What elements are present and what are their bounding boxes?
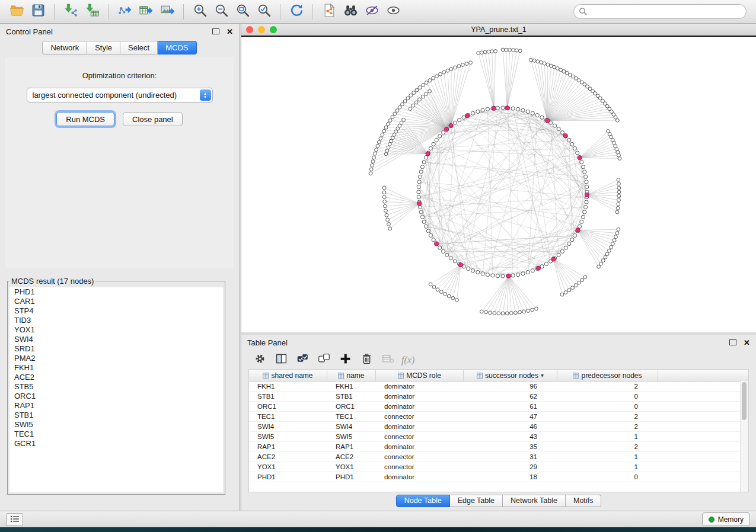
search-input[interactable] — [573, 4, 747, 19]
table-row[interactable]: SWI4SWI4dominator462 — [249, 422, 748, 432]
tab-edge-table[interactable]: Edge Table — [450, 495, 503, 507]
cell-shared_name: SWI4 — [249, 422, 327, 431]
result-list-item[interactable]: RAP1 — [9, 401, 223, 411]
result-list-item[interactable]: CAR1 — [9, 297, 223, 306]
tab-network-table[interactable]: Network Table — [503, 495, 566, 507]
export-network-button[interactable] — [114, 2, 135, 21]
dropdown-selected-value: largest connected component (undirected) — [33, 91, 177, 100]
result-list-item[interactable]: TID3 — [9, 316, 223, 325]
create-column-button[interactable] — [335, 352, 355, 368]
hide-unselected-button[interactable] — [361, 2, 382, 21]
export-image-button[interactable] — [157, 2, 178, 21]
result-list-item[interactable]: ORC1 — [9, 392, 223, 401]
import-network-button[interactable] — [60, 2, 81, 21]
column-header-successor-nodes[interactable]: successor nodes▾ — [464, 370, 557, 381]
close-panel-button[interactable]: Close panel — [123, 112, 183, 126]
tab-network[interactable]: Network — [42, 41, 87, 55]
sort-caret-icon[interactable]: ▾ — [541, 372, 544, 379]
table-row[interactable]: ORC1ORC1dominator610 — [249, 402, 748, 412]
cell-shared_name: TEC1 — [249, 412, 327, 421]
deselect-all-button[interactable] — [314, 352, 334, 368]
table-panel-title: Table Panel — [247, 338, 288, 347]
show-columns-button[interactable] — [271, 352, 291, 368]
save-session-button[interactable] — [27, 2, 49, 21]
table-scrollbar[interactable] — [740, 381, 748, 492]
zoom-out-button[interactable] — [210, 2, 232, 21]
table-row[interactable]: ACE2ACE2connector311 — [249, 452, 748, 462]
zoom-in-button[interactable] — [189, 2, 210, 21]
result-list-item[interactable]: STB5 — [9, 382, 223, 392]
refresh-button[interactable] — [286, 2, 307, 21]
table-row[interactable]: SWI5SWI5connector431 — [249, 432, 748, 442]
eye-icon — [386, 3, 401, 20]
import-table-button[interactable] — [81, 2, 103, 21]
result-list-item[interactable]: PMA2 — [9, 354, 223, 363]
result-list-item[interactable]: STB1 — [9, 411, 223, 420]
result-list-item[interactable]: TEC1 — [9, 430, 223, 439]
tab-mcds[interactable]: MCDS — [158, 41, 196, 55]
application-window: Control Panel ✕ NetworkStyleSelectMCDS O… — [0, 0, 756, 532]
result-list-item[interactable]: SWI4 — [9, 335, 223, 344]
run-mcds-button[interactable]: Run MCDS — [56, 112, 114, 126]
search-network-button[interactable] — [340, 2, 361, 21]
cell-shared_name: STB1 — [249, 392, 327, 401]
network-window-title: YPA_prune.txt_1 — [241, 25, 756, 34]
cell-predecessors: 0 — [557, 392, 658, 401]
optimization-criterion-select[interactable]: largest connected component (undirected)… — [27, 88, 213, 102]
result-list-item[interactable]: SRD1 — [9, 344, 223, 354]
delete-table-button[interactable] — [378, 352, 398, 368]
import-network-icon — [63, 3, 78, 20]
select-all-button[interactable] — [292, 352, 312, 368]
task-history-button[interactable] — [6, 513, 23, 526]
zoom-fit-button[interactable] — [232, 2, 253, 21]
close-panel-icon[interactable]: ✕ — [227, 28, 233, 36]
tab-select[interactable]: Select — [120, 41, 158, 55]
column-header-MCDS-role[interactable]: MCDS role — [376, 370, 464, 381]
table-row[interactable]: STB1STB1dominator620 — [249, 392, 748, 402]
result-list-item[interactable]: PHD1 — [9, 287, 223, 297]
table-grid-icon — [398, 373, 404, 379]
optimization-criterion-label: Optimization criterion: — [5, 71, 234, 80]
table-row[interactable]: FKH1FKH1dominator962 — [249, 382, 748, 392]
cell-role: dominator — [376, 422, 464, 431]
float-window-icon[interactable] — [729, 339, 736, 345]
result-list-item[interactable]: YOX1 — [9, 325, 223, 335]
table-row[interactable]: TEC1TEC1connector472 — [249, 412, 748, 422]
dropdown-stepper-icon[interactable]: ▲▼ — [200, 89, 211, 101]
column-header-name[interactable]: name — [327, 370, 376, 381]
table-row[interactable]: PHD1PHD1dominator180 — [249, 472, 748, 482]
result-list-item[interactable]: STP4 — [9, 306, 223, 316]
table-settings-button[interactable] — [250, 352, 270, 368]
result-list-item[interactable]: FKH1 — [9, 363, 223, 373]
cell-name: ACE2 — [327, 452, 376, 462]
cell-role: connector — [376, 412, 464, 421]
memory-button[interactable]: Memory — [702, 512, 750, 526]
mcds-result-list[interactable]: PHD1CAR1STP4TID3YOX1SWI4SRD1PMA2FKH1ACE2… — [9, 287, 223, 492]
zoom-selected-button[interactable] — [253, 2, 275, 21]
tab-node-table[interactable]: Node Table — [396, 495, 450, 507]
tab-style[interactable]: Style — [87, 41, 120, 55]
result-list-item[interactable]: SWI5 — [9, 420, 223, 430]
table-row[interactable]: RAP1RAP1dominator352 — [249, 442, 748, 452]
result-list-item[interactable]: GCR1 — [9, 439, 223, 448]
header-filler — [658, 370, 748, 381]
result-list-item[interactable]: ACE2 — [9, 373, 223, 382]
scrollbar-thumb[interactable] — [742, 382, 747, 420]
share-document-button[interactable] — [318, 2, 340, 21]
float-window-icon[interactable] — [212, 28, 219, 34]
delete-column-button[interactable] — [356, 352, 377, 368]
column-header-shared-name[interactable]: shared name — [249, 370, 327, 381]
show-hidden-button[interactable] — [382, 2, 404, 21]
tab-motifs[interactable]: Motifs — [566, 495, 601, 507]
cell-name: TEC1 — [327, 412, 376, 421]
cell-predecessors: 2 — [557, 412, 658, 421]
table-row[interactable]: YOX1YOX1connector291 — [249, 462, 748, 472]
close-panel-icon[interactable]: ✕ — [744, 339, 750, 347]
export-table-button[interactable] — [135, 2, 157, 21]
share-document-icon — [322, 3, 337, 20]
open-session-button[interactable] — [6, 2, 27, 21]
network-canvas[interactable] — [241, 37, 756, 332]
network-graph[interactable] — [241, 37, 756, 332]
function-builder-button[interactable]: f(x) — [401, 355, 414, 366]
column-header-predecessor-nodes[interactable]: predecessor nodes — [557, 370, 658, 381]
